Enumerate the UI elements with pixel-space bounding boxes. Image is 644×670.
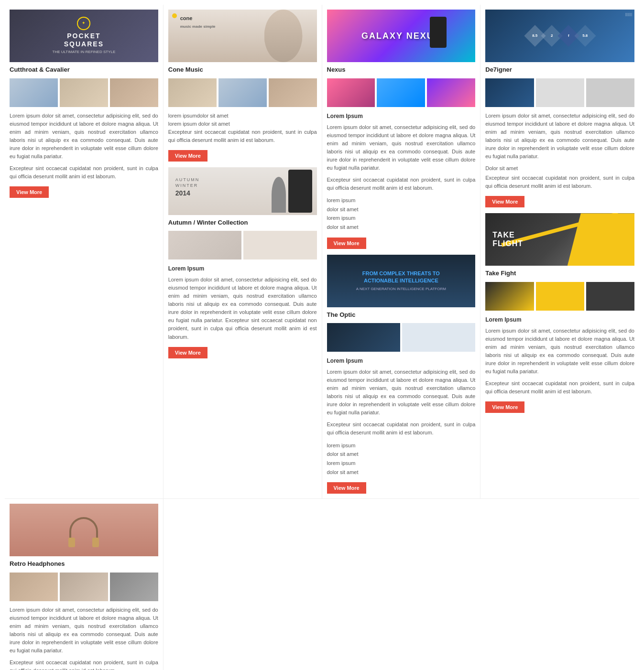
thumb-optic-1 [327,323,400,352]
nexus-body1: Lorem ipsum dolor sit amet, consectetur … [327,123,476,172]
card-cone-music-title: Cone Music [168,65,317,75]
diamond-3: 5.8 [574,25,596,46]
thumb-retro-3 [110,573,158,601]
optic-list: lorem ipsumdolor sit ametlorem ipsumdolo… [327,441,476,477]
retro-body2: Excepteur sint occaecat cupidatat non pr… [10,659,158,670]
take-flight-title: Take Fight [485,269,634,278]
thumb-autumn-1 [168,231,241,259]
nexus-phone [430,17,447,48]
pocket-squares-tagline: THE ULTIMATE IN REFINED STYLE [53,49,116,55]
thumb-flight-3 [586,282,634,311]
take-flight-thumbs [485,282,634,311]
cone-figure [264,10,303,62]
btn-de7igner-view-more[interactable]: View More [485,196,524,207]
hero-the-optic: FROM COMPLEX THREATS TOACTIONABLE INTELL… [327,255,476,307]
optic-hero-text: FROM COMPLEX THREATS TOACTIONABLE INTELL… [354,268,448,294]
card-cutthroat-thumbs [10,78,158,107]
card-de7igner-title: De7igner [485,65,634,75]
de7igner-nav-item: |||||||| [625,12,632,17]
thumb-flight-2 [536,282,584,311]
thumb-nexus-3 [427,78,475,107]
autumn-figure [288,170,312,213]
nexus-body2: Excepteur sint occaecat cupidatat non pr… [327,176,476,192]
optic-body2: Excepteur sint occaecat cupidatat non pr… [327,421,476,437]
thumb-autumn-2 [243,231,317,259]
thumb-de7igner-2 [536,78,584,107]
hero-cone-music: cone music made simple [168,10,317,62]
autumn-thumbs [168,231,317,259]
thumb-de7igner-1 [485,78,534,107]
btn-autumn-view-more[interactable]: View More [168,347,207,358]
nexus-thumbs [327,78,476,107]
autumn-body: Lorem ipsum dolor sit amet, consectetur … [168,276,317,341]
the-optic-section: FROM COMPLEX THREATS TOACTIONABLE INTELL… [327,255,476,494]
autumn-sub-title: Lorem Ipsum [168,264,317,273]
cone-music-main: cone [180,15,193,21]
card-cone-music: cone music made simple Cone Music lorem … [164,5,322,499]
optic-sub-text: A NEXT GENERATION INTELLIGENCE PLATFORM [356,286,446,292]
portfolio-grid: ✦ POCKETSQUARES THE ULTIMATE IN REFINED … [0,0,644,670]
thumb-cutthroat-1 [10,78,58,107]
btn-nexus-view-more[interactable]: View More [327,238,366,249]
nexus-sub-title: Lorem Ipsum [327,112,476,120]
de7igner-nav: |||||||| [625,12,632,17]
de7igner-dolor: Dolor sit amet [485,164,634,173]
take-flight-sub-title: Lorem Ipsum [485,315,634,324]
hero-nexus: GALAXY NEXUS [327,10,476,62]
card-de7igner: 8.5 2 f 5.8 |||||||| De7igner Lorem ipsu… [480,5,639,499]
thumb-cone-3 [269,78,317,107]
cone-music-hero-text: cone music made simple [180,14,216,30]
optic-thumbs [327,323,476,352]
hero-autumn-winter: AUTUMN WINTER 2014 [168,167,317,215]
take-flight-yellow-stripe [568,213,634,266]
card-cutthroat-title: Cutthroat & Cavalier [10,65,158,75]
card-cone-music-thumbs [168,78,317,107]
thumb-retro-1 [10,573,58,601]
card-cutthroat-body2: Excepteur sint occaecat cupidatat non pr… [10,164,158,181]
btn-optic-view-more[interactable]: View More [327,482,366,494]
retro-thumbs [10,573,158,601]
thumb-nexus-1 [327,78,375,107]
thumb-retro-2 [60,573,108,601]
btn-cone-view-more[interactable]: View More [168,150,207,162]
take-flight-body2: Excepteur sint occaecat cupidatat non pr… [485,379,634,396]
take-flight-section: TAKEFLIGHT Take Fight Lorem Ipsum Lorem … [485,213,634,413]
nexus-list: lorem ipsumdolor sit ametlorem ipsumdolo… [327,196,476,232]
take-flight-body1: Lorem ipsum dolor sit amet, consectetur … [485,327,634,376]
thumb-cone-2 [218,78,267,107]
btn-take-flight-view-more[interactable]: View More [485,401,524,413]
thumb-flight-1 [485,282,534,311]
hero-retro-headphones [10,504,158,556]
retro-headphones-title: Retro Headphones [10,559,158,569]
autumn-winter-title: Autumn / Winter Collection [168,218,317,227]
cone-music-sub: music made simple [180,24,216,29]
hero-take-flight: TAKEFLIGHT [485,213,634,266]
autumn-winter-section: AUTUMN WINTER 2014 Autumn / Winter Colle… [168,167,317,358]
pocket-squares-icon: ✦ [77,17,90,30]
optic-main-text: FROM COMPLEX THREATS TOACTIONABLE INTELL… [356,270,446,285]
retro-body1: Lorem ipsum dolor sit amet, consectetur … [10,606,158,655]
card-nexus-title: Nexus [327,65,476,75]
de7igner-body2: Excepteur sint occaecat cupidatat non pr… [485,174,634,190]
de7igner-body1: Lorem ipsum dolor sit amet, consectetur … [485,112,634,161]
thumb-optic-2 [402,323,475,352]
take-flight-text: TAKEFLIGHT [492,231,523,248]
cone-dot [172,13,177,18]
card-retro-headphones: Retro Headphones Lorem ipsum dolor sit a… [5,499,164,670]
card-cutthroat-body1: Lorem ipsum dolor sit amet, consectetur … [10,112,158,161]
optic-sub-title: Lorem Ipsum [327,357,476,365]
btn-cutthroat-view-more[interactable]: View More [10,186,49,198]
thumb-de7igner-3 [586,78,634,107]
card-nexus: GALAXY NEXUS Nexus Lorem Ipsum Lorem ips… [322,5,481,499]
thumb-cutthroat-2 [60,78,108,107]
optic-body1: Lorem ipsum dolor sit amet, consectetur … [327,368,476,417]
de7igner-thumbs [485,78,634,107]
year-text: 2014 [175,188,190,198]
card-cone-body1: lorem ipsumdolor sit amet lorem ipsum do… [168,112,317,144]
thumb-nexus-2 [377,78,425,107]
pocket-squares-brand: POCKETSQUARES [64,32,104,48]
hero-de7igner: 8.5 2 f 5.8 |||||||| [485,10,634,62]
thumb-cone-1 [168,78,217,107]
hero-cutthroat: ✦ POCKETSQUARES THE ULTIMATE IN REFINED … [10,10,158,62]
headphone-icon [69,517,98,543]
